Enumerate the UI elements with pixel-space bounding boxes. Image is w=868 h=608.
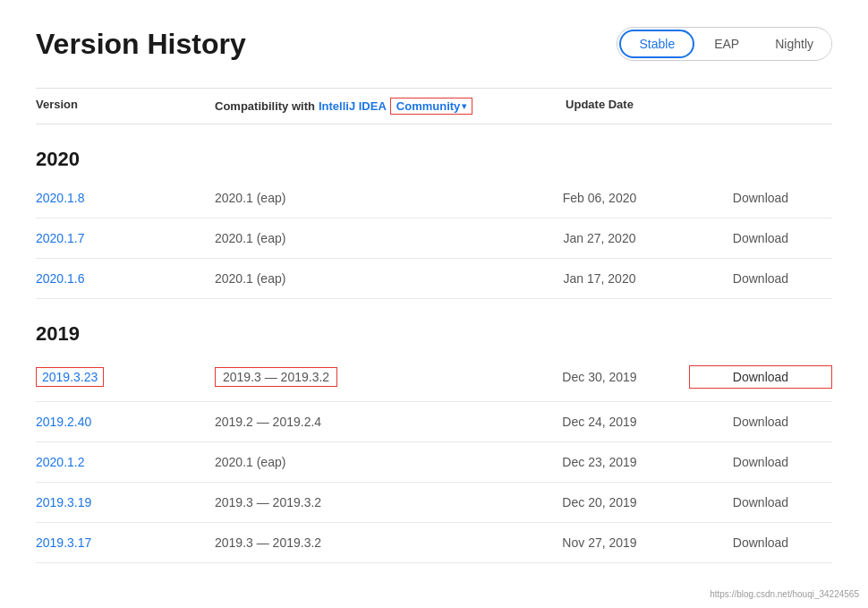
year-label: 2020 <box>36 133 832 178</box>
compat-value: 2019.3 — 2019.3.2 <box>215 367 337 387</box>
version-link[interactable]: 2020.1.7 <box>36 231 85 245</box>
date-value: Dec 20, 2019 <box>510 495 689 510</box>
download-button[interactable]: Download <box>689 271 832 286</box>
date-value: Dec 24, 2019 <box>510 415 689 429</box>
date-value: Feb 06, 2020 <box>510 191 689 205</box>
compat-edition-label: Community <box>396 99 461 113</box>
compat-value: 2019.2 — 2019.2.4 <box>215 415 321 429</box>
table-row: 2019.2.402019.2 — 2019.2.4Dec 24, 2019Do… <box>36 402 832 442</box>
version-link[interactable]: 2019.3.19 <box>36 495 91 510</box>
year-label: 2019 <box>36 308 832 353</box>
compat-value: 2020.1 (eap) <box>215 455 285 469</box>
table-row: 2020.1.62020.1 (eap)Jan 17, 2020Download <box>36 259 832 299</box>
version-link[interactable]: 2020.1.6 <box>36 271 85 286</box>
download-button[interactable]: Download <box>689 495 832 510</box>
compat-edition-dropdown[interactable]: Community ▾ <box>390 98 473 115</box>
compat-product-link[interactable]: IntelliJ IDEA <box>319 99 387 113</box>
table-header-row: Version Compatibility with IntelliJ IDEA… <box>36 88 832 124</box>
tab-nightly[interactable]: Nightly <box>757 31 831 56</box>
chevron-down-icon: ▾ <box>462 101 466 111</box>
version-link[interactable]: 2019.3.23 <box>36 367 104 387</box>
compat-value: 2020.1 (eap) <box>215 191 285 205</box>
download-button[interactable]: Download <box>689 535 832 550</box>
page-header: Version History Stable EAP Nightly <box>36 27 832 61</box>
table-row: 2019.3.172019.3 — 2019.3.2Nov 27, 2019Do… <box>36 523 832 563</box>
table-row: 2020.1.72020.1 (eap)Jan 27, 2020Download <box>36 218 832 259</box>
groups-container: 20202020.1.82020.1 (eap)Feb 06, 2020Down… <box>36 133 832 563</box>
compat-value: 2020.1 (eap) <box>215 231 285 245</box>
header-version: Version <box>36 98 215 115</box>
header-action <box>689 98 832 115</box>
date-value: Nov 27, 2019 <box>510 535 689 550</box>
version-link[interactable]: 2020.1.8 <box>36 191 85 205</box>
header-compat: Compatibility with IntelliJ IDEA Communi… <box>215 98 510 115</box>
compat-value: 2020.1 (eap) <box>215 271 285 286</box>
version-link[interactable]: 2020.1.2 <box>36 455 85 469</box>
download-button[interactable]: Download <box>689 415 832 429</box>
compat-prefix-label: Compatibility with <box>215 99 315 113</box>
year-group-2020: 20202020.1.82020.1 (eap)Feb 06, 2020Down… <box>36 133 832 299</box>
page-title: Version History <box>36 28 246 61</box>
table-row: 2019.3.192019.3 — 2019.3.2Dec 20, 2019Do… <box>36 483 832 523</box>
table-row: 2019.3.232019.3 — 2019.3.2Dec 30, 2019Do… <box>36 353 832 402</box>
version-link[interactable]: 2019.2.40 <box>36 415 91 429</box>
table-row: 2020.1.82020.1 (eap)Feb 06, 2020Download <box>36 178 832 218</box>
header-date: Update Date <box>510 98 689 115</box>
date-value: Jan 27, 2020 <box>510 231 689 245</box>
compat-value: 2019.3 — 2019.3.2 <box>215 535 321 550</box>
version-table: Version Compatibility with IntelliJ IDEA… <box>36 88 832 563</box>
version-link[interactable]: 2019.3.17 <box>36 535 91 550</box>
tab-stable[interactable]: Stable <box>619 30 694 58</box>
compat-value: 2019.3 — 2019.3.2 <box>215 495 321 510</box>
channel-tab-group: Stable EAP Nightly <box>617 27 832 61</box>
download-button[interactable]: Download <box>689 365 832 389</box>
date-value: Dec 23, 2019 <box>510 455 689 469</box>
download-button[interactable]: Download <box>689 191 832 205</box>
date-value: Dec 30, 2019 <box>510 370 689 384</box>
download-button[interactable]: Download <box>689 231 832 245</box>
year-group-2019: 20192019.3.232019.3 — 2019.3.2Dec 30, 20… <box>36 308 832 563</box>
date-value: Jan 17, 2020 <box>510 271 689 286</box>
download-button[interactable]: Download <box>689 455 832 469</box>
watermark: https://blog.csdn.net/houqi_34224565 <box>710 589 859 590</box>
tab-eap[interactable]: EAP <box>696 31 757 56</box>
table-row: 2020.1.22020.1 (eap)Dec 23, 2019Download <box>36 442 832 483</box>
